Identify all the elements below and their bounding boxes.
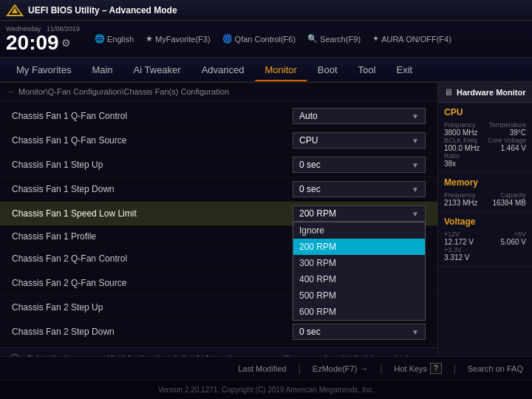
hw-cpu-bclk-corevolt-labels: BCLK Freq 100.0 MHz Core Voltage 1.464 V (444, 137, 526, 152)
qfan-link[interactable]: 🌀 Qfan Control(F6) (222, 34, 296, 44)
option-200rpm[interactable]: 200 RPM (293, 239, 425, 255)
monitor-screen-icon: 🖥 (444, 87, 453, 98)
setting-label-qfan-control: Chassis Fan 1 Q-Fan Control (12, 111, 293, 121)
hw-section-voltage: Voltage +12V 12.172 V +5V 5.060 V +3.3V … (438, 212, 532, 267)
hw-memory-title: Memory (444, 177, 526, 188)
hw-label-frequency: Frequency (444, 121, 484, 129)
setting-row-fan2-step-down: Chassis Fan 2 Step Down 0 sec ▼ (0, 320, 437, 344)
nav-tool[interactable]: Tool (348, 60, 386, 80)
setting-label-speed-low-limit: Chassis Fan 1 Speed Low Limit (12, 208, 293, 219)
setting-row-qfan-source: Chassis Fan 1 Q-Fan Source CPU ▼ (0, 129, 437, 153)
setting-label-qfan-source: Chassis Fan 1 Q-Fan Source (12, 135, 293, 146)
setting-label-fan2-step-up: Chassis Fan 2 Step Up (12, 302, 293, 313)
nav-main[interactable]: Main (81, 60, 123, 80)
nav-ai-tweaker[interactable]: Ai Tweaker (123, 60, 191, 80)
hw-label-ratio: Ratio (444, 152, 526, 160)
nav-boot[interactable]: Boot (307, 60, 348, 80)
back-arrow-icon[interactable]: ← (7, 87, 16, 96)
nav-advanced[interactable]: Advanced (191, 60, 255, 80)
time-bar-links: 🌐 English ★ MyFavorite(F3) 🌀 Qfan Contro… (95, 34, 451, 44)
setting-row-qfan-control: Chassis Fan 1 Q-Fan Control Auto ▼ (0, 104, 437, 129)
hardware-monitor-panel: 🖥 Hardware Monitor CPU Frequency 3800 MH… (437, 83, 532, 356)
bios-title: UEFI BIOS Utility – Advanced Mode (28, 5, 177, 16)
hw-volt-33v-labels: +3.3V 3.312 V (444, 246, 526, 262)
nav-my-favorites[interactable]: My Favorites (6, 60, 81, 80)
ezmode-item[interactable]: EzMode(F7) → (313, 364, 369, 373)
aura-link[interactable]: ✦ AURA ON/OFF(F4) (372, 34, 451, 44)
breadcrumb: ← Monitor\Q-Fan Configuration\Chassis Fa… (0, 83, 437, 101)
last-modified-item: Last Modified (238, 364, 286, 373)
hw-label-capacity: Capacity (487, 191, 527, 199)
hw-value-temperature: 39°C (487, 129, 527, 137)
hotkeys-item: Hot Keys ? (394, 363, 441, 374)
version-text: Version 2.20.1271. Copyright (C) 2019 Am… (158, 386, 374, 394)
search-faq-item[interactable]: Search on FAQ (468, 364, 523, 373)
hw-section-cpu: CPU Frequency 3800 MHz Temperature 39°C … (438, 103, 532, 173)
bottom-bar: Last Modified | EzMode(F7) → | Hot Keys … (0, 356, 532, 380)
main-content: ← Monitor\Q-Fan Configuration\Chassis Fa… (0, 83, 532, 356)
hw-label-mem-frequency: Frequency (444, 191, 484, 199)
search-link[interactable]: 🔍 Search(F9) (307, 34, 361, 44)
hw-value-bclk-freq: 100.0 MHz (444, 144, 484, 152)
nav-exit[interactable]: Exit (386, 60, 423, 80)
hw-section-memory: Memory Frequency 2133 MHz Capacity 16384… (438, 173, 532, 212)
dropdown-options-list: Ignore 200 RPM 300 RPM 400 RPM 500 RPM 6… (293, 222, 426, 321)
nav-bar: My Favorites Main Ai Tweaker Advanced Mo… (0, 58, 532, 83)
hw-label-12v: +12V (444, 231, 484, 238)
hw-value-33v: 3.312 V (444, 253, 526, 262)
ezmode-arrow-icon: → (360, 364, 368, 373)
hw-label-bclk-freq: BCLK Freq (444, 137, 484, 144)
dropdown-speed-low-limit[interactable]: 200 RPM ▼ Ignore 200 RPM 300 RPM 400 RPM… (293, 205, 426, 222)
setting-label-step-down: Chassis Fan 1 Step Down (12, 184, 293, 194)
top-bar: UEFI BIOS Utility – Advanced Mode (0, 0, 532, 21)
hw-value-12v: 12.172 V (444, 238, 484, 246)
date-time: Wednesday 11/06/2019 20:09 ⚙ (6, 25, 80, 53)
hw-monitor-title: Hardware Monitor (457, 88, 526, 97)
hw-value-capacity: 16384 MB (487, 199, 527, 207)
dropdown-arrow-icon: ▼ (412, 210, 419, 218)
option-600rpm[interactable]: 600 RPM (293, 304, 425, 320)
hw-label-core-voltage: Core Voltage (487, 137, 527, 144)
hw-label-33v: +3.3V (444, 246, 526, 253)
myfavorite-link[interactable]: ★ MyFavorite(F3) (146, 34, 211, 44)
option-500rpm[interactable]: 500 RPM (293, 287, 425, 304)
hw-label-temperature: Temperature (487, 121, 527, 129)
hw-volt-12v-5v-labels: +12V 12.172 V +5V 5.060 V (444, 231, 526, 246)
option-400rpm[interactable]: 400 RPM (293, 271, 425, 287)
version-bar: Version 2.20.1271. Copyright (C) 2019 Am… (0, 380, 532, 399)
settings-gear-icon[interactable]: ⚙ (61, 37, 71, 49)
time-display: 20:09 (6, 33, 59, 53)
hw-value-frequency: 3800 MHz (444, 129, 484, 137)
time-bar: Wednesday 11/06/2019 20:09 ⚙ 🌐 English ★… (0, 21, 532, 58)
setting-row-speed-low-limit: Chassis Fan 1 Speed Low Limit 200 RPM ▼ … (0, 202, 437, 226)
hw-voltage-title: Voltage (444, 216, 526, 227)
dropdown-arrow-icon: ▼ (412, 185, 419, 194)
language-link[interactable]: 🌐 English (95, 34, 134, 44)
hw-value-ratio: 38x (444, 160, 526, 168)
hw-label-5v: +5V (487, 231, 527, 238)
left-panel: ← Monitor\Q-Fan Configuration\Chassis Fa… (0, 83, 437, 356)
hw-cpu-freq-temp-labels: Frequency 3800 MHz Temperature 39°C (444, 121, 526, 137)
dropdown-step-down[interactable]: 0 sec ▼ (293, 181, 426, 197)
dropdown-step-up[interactable]: 0 sec ▼ (293, 157, 426, 173)
nav-monitor[interactable]: Monitor (255, 60, 307, 81)
hw-cpu-title: CPU (444, 107, 526, 117)
dropdown-fan2-step-down[interactable]: 0 sec ▼ (293, 324, 426, 340)
setting-row-step-up: Chassis Fan 1 Step Up 0 sec ▼ (0, 153, 437, 177)
dropdown-qfan-control[interactable]: Auto ▼ (293, 108, 426, 124)
hw-value-mem-frequency: 2133 MHz (444, 199, 484, 207)
hotkeys-key[interactable]: ? (430, 363, 442, 374)
dropdown-qfan-source[interactable]: CPU ▼ (293, 132, 426, 149)
setting-label-fan2-qfan-control: Chassis Fan 2 Q-Fan Control (12, 253, 293, 264)
info-box: i Select the lower speed limit for the c… (0, 347, 437, 356)
hw-value-core-voltage: 1.464 V (487, 144, 527, 152)
setting-label-fan2-qfan-source: Chassis Fan 2 Q-Fan Source (12, 278, 293, 288)
hw-mem-freq-cap-labels: Frequency 2133 MHz Capacity 16384 MB (444, 191, 526, 207)
dropdown-arrow-icon: ▼ (412, 112, 419, 120)
option-300rpm[interactable]: 300 RPM (293, 255, 425, 271)
option-ignore[interactable]: Ignore (293, 222, 425, 239)
settings-area: Chassis Fan 1 Q-Fan Control Auto ▼ Chass… (0, 101, 437, 347)
hw-value-5v: 5.060 V (487, 238, 527, 246)
asus-logo-icon (6, 4, 24, 16)
setting-label-step-up: Chassis Fan 1 Step Up (12, 160, 293, 170)
